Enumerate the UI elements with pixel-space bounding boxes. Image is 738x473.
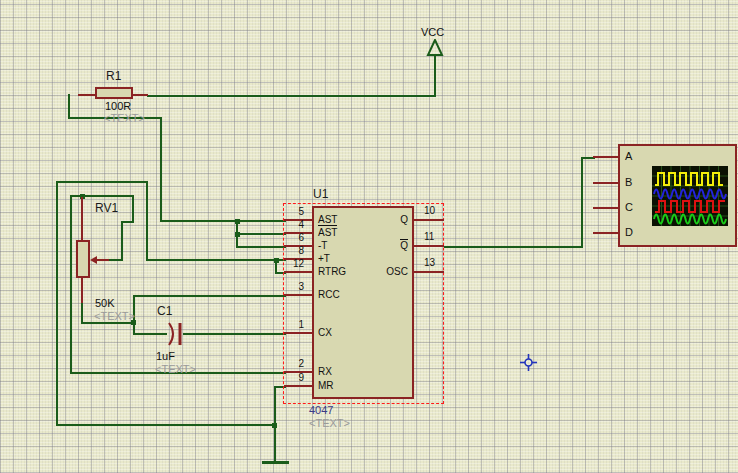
- pot-wiper-arrow-icon: [90, 256, 97, 264]
- pin-stub[interactable]: [414, 219, 444, 221]
- pot-lead: [81, 197, 83, 241]
- pin-number: 13: [424, 257, 435, 269]
- wire-segment[interactable]: [70, 195, 72, 374]
- scope-pin-stub[interactable]: [593, 182, 618, 184]
- wire-segment[interactable]: [236, 246, 286, 248]
- resistor-lead: [78, 94, 95, 96]
- junction-dot: [235, 219, 240, 224]
- scope-channel-label: C: [625, 201, 633, 213]
- capacitor-c1[interactable]: [163, 321, 185, 347]
- resistor-lead: [133, 94, 148, 96]
- scope-pin-stub[interactable]: [593, 156, 618, 158]
- resistor-r1[interactable]: [95, 87, 133, 99]
- wire-segment[interactable]: [81, 322, 135, 324]
- pin-number: 5: [280, 206, 304, 218]
- pot-wiper: [95, 259, 109, 261]
- pin-number: 4: [280, 219, 304, 231]
- pin-label: AST: [318, 214, 337, 226]
- pin-stub[interactable]: [284, 385, 312, 387]
- scope-channel-label: D: [625, 226, 633, 238]
- wire-segment[interactable]: [81, 300, 83, 324]
- scope-screen: [652, 166, 728, 226]
- wire-segment[interactable]: [146, 181, 148, 261]
- ic-ref: U1: [313, 188, 328, 201]
- pin-number: 6: [280, 232, 304, 244]
- wire-segment[interactable]: [146, 259, 286, 261]
- wire-segment[interactable]: [581, 157, 583, 248]
- pin-label: -T: [318, 240, 327, 252]
- pin-stub[interactable]: [414, 245, 444, 247]
- pot-value: 50K: [95, 297, 115, 309]
- resistor-text-placeholder: <TEXT>: [104, 112, 145, 124]
- pin-stub[interactable]: [284, 332, 312, 334]
- wire-segment[interactable]: [56, 181, 148, 183]
- wire-segment[interactable]: [160, 220, 286, 222]
- pin-label: RTRG: [318, 266, 346, 278]
- wire-segment[interactable]: [133, 295, 286, 297]
- pin-number: 11: [424, 231, 434, 243]
- wire-segment[interactable]: [68, 94, 70, 119]
- ic-text-placeholder: <TEXT>: [309, 417, 350, 429]
- pin-label: RX: [318, 366, 332, 378]
- pot-ref: RV1: [95, 202, 118, 215]
- pot-text-placeholder: <TEXT>: [94, 310, 135, 322]
- pin-number: 2: [280, 358, 304, 370]
- wire-segment[interactable]: [160, 117, 162, 222]
- wire-segment[interactable]: [444, 246, 583, 248]
- junction-dot: [235, 232, 240, 237]
- wire-segment[interactable]: [133, 333, 167, 335]
- junction-dot: [274, 258, 279, 263]
- pin-label: AST: [318, 227, 337, 239]
- pin-label: Q: [350, 214, 408, 226]
- wire-segment[interactable]: [56, 181, 58, 426]
- pin-stub[interactable]: [414, 271, 444, 273]
- pin-label: CX: [318, 327, 332, 339]
- pin-label: OSC: [350, 266, 408, 278]
- wire-segment[interactable]: [434, 55, 436, 97]
- pin-label: Q: [350, 240, 408, 252]
- cap-value: 1uF: [156, 350, 175, 362]
- pin-stub[interactable]: [284, 271, 312, 273]
- pin-number: 1: [280, 319, 304, 331]
- ic-part-number: 4047: [309, 404, 333, 416]
- pin-number: 9: [280, 372, 304, 384]
- resistor-value: 100R: [105, 100, 131, 112]
- cap-ref: C1: [157, 305, 172, 318]
- pin-number: 3: [280, 281, 304, 293]
- pin-number: 12: [280, 258, 304, 270]
- potentiometer-rv1[interactable]: [76, 240, 90, 278]
- wire-segment[interactable]: [56, 424, 276, 426]
- vcc-label: VCC: [421, 26, 444, 38]
- pin-label: RCC: [318, 289, 340, 301]
- scope-pin-stub[interactable]: [593, 207, 618, 209]
- wire-segment[interactable]: [183, 333, 286, 335]
- pin-number: 8: [280, 245, 304, 257]
- cap-text-placeholder: <TEXT>: [155, 363, 196, 375]
- wire-segment[interactable]: [147, 95, 436, 97]
- pot-lead: [81, 278, 83, 303]
- scope-channel-label: B: [625, 176, 632, 188]
- vcc-arrow-icon[interactable]: [426, 39, 444, 57]
- pin-number: 10: [424, 205, 435, 217]
- resistor-ref: R1: [106, 70, 121, 83]
- origin-crosshair-icon: [519, 353, 538, 372]
- pin-stub[interactable]: [284, 294, 312, 296]
- pin-label: MR: [318, 380, 334, 392]
- pin-label: +T: [318, 253, 330, 265]
- wire-segment[interactable]: [132, 195, 134, 223]
- wire-segment[interactable]: [236, 233, 286, 235]
- ground-symbol[interactable]: [262, 461, 289, 464]
- scope-pin-stub[interactable]: [593, 232, 618, 234]
- wire-segment[interactable]: [121, 221, 123, 261]
- scope-channel-label: A: [625, 150, 632, 162]
